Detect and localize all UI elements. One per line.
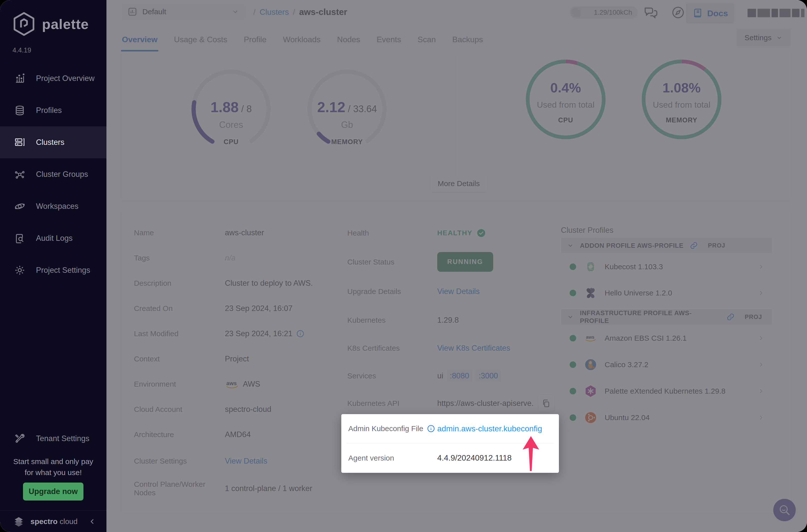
sidebar: palette 4.4.19 Project Overview Profiles… bbox=[0, 0, 107, 532]
detail-row-name: Nameaws-cluster bbox=[134, 220, 335, 246]
cluster-tabs: Overview Usage & Costs Profile Workloads… bbox=[122, 27, 483, 52]
memory-usage-gauge: 2.12/ 33.64 Gb MEMORY bbox=[304, 67, 390, 152]
breadcrumb-separator: / bbox=[293, 7, 295, 17]
profile-pack-row-palette-k8s[interactable]: Palette eXtended Kubernetes 1.29.8 bbox=[561, 378, 772, 404]
palette-logo: palette bbox=[11, 11, 89, 37]
agent-version-value: 4.4.9/20240912.1118 bbox=[437, 453, 512, 462]
chevron-right-icon bbox=[757, 414, 765, 421]
sidebar-item-clusters[interactable]: Clusters bbox=[0, 126, 107, 158]
info-icon[interactable] bbox=[296, 329, 304, 338]
upgrade-now-button[interactable]: Upgrade now bbox=[23, 482, 83, 500]
detail-row-description: DescriptionCluster to deploy to AWS. bbox=[134, 271, 335, 296]
pack-status-dot bbox=[570, 290, 576, 296]
chevron-down-icon bbox=[776, 35, 783, 41]
more-details-button[interactable]: More Details bbox=[430, 175, 487, 192]
spectro-cloud-logo-icon bbox=[12, 515, 25, 528]
cluster-settings-view-details-link[interactable]: View Details bbox=[225, 457, 267, 466]
tools-icon bbox=[14, 433, 25, 444]
profile-pack-row-kubecost[interactable]: Kubecost 1.103.3 bbox=[561, 254, 772, 280]
detail-row-environment: Environment aws AWS bbox=[134, 372, 335, 397]
infrastructure-profile-section-header[interactable]: INFRASTRUCTURE PROFILE AWS-PROFILE PROJ bbox=[561, 309, 772, 325]
copy-button[interactable] bbox=[538, 395, 555, 412]
tab-usage-costs[interactable]: Usage & Costs bbox=[174, 27, 227, 52]
project-selector-value: Default bbox=[143, 7, 166, 16]
admin-kubeconfig-link[interactable]: admin.aws-cluster.kubeconfig bbox=[437, 424, 542, 433]
sidebar-footer: spectro cloud bbox=[0, 511, 107, 532]
kubecost-icon bbox=[584, 260, 597, 273]
pack-status-dot bbox=[570, 414, 576, 421]
cpu-donut-label: CPU bbox=[523, 116, 608, 124]
workspaces-icon bbox=[14, 201, 25, 212]
service-port-link[interactable]: :3000 bbox=[476, 370, 501, 382]
profile-pack-row-hello-universe[interactable]: Hello Universe 1.2.0 bbox=[561, 280, 772, 306]
ubuntu-icon bbox=[584, 411, 597, 424]
info-icon[interactable] bbox=[427, 424, 435, 433]
pack-status-dot bbox=[570, 361, 576, 368]
detail-row-architecture: ArchitectureAMD64 bbox=[134, 422, 335, 447]
detail-row-cluster-settings: Cluster SettingsView Details bbox=[134, 447, 335, 475]
sidebar-item-tenant-settings[interactable]: Tenant Settings bbox=[0, 423, 107, 455]
sidebar-nav: Project Overview Profiles Clusters Clust… bbox=[0, 62, 107, 286]
profile-pack-row-calico[interactable]: Calico 3.27.2 bbox=[561, 352, 772, 377]
pack-status-dot bbox=[570, 264, 576, 270]
tab-overview[interactable]: Overview bbox=[122, 27, 157, 52]
cpu-donut-caption: Used from total bbox=[523, 100, 608, 110]
breadcrumb-current: aws-cluster bbox=[299, 7, 347, 17]
cpu-donut-percent: 0.4% bbox=[523, 80, 608, 95]
memory-gauge-unit: Gb bbox=[304, 120, 390, 130]
link-icon[interactable] bbox=[690, 241, 698, 250]
project-selector[interactable]: Default bbox=[122, 4, 244, 19]
tab-workloads[interactable]: Workloads bbox=[283, 27, 321, 52]
settings-button[interactable]: Settings bbox=[736, 29, 791, 46]
profile-pack-row-ebs-csi[interactable]: aws Amazon EBS CSI 1.26.1 bbox=[561, 325, 772, 351]
collapse-sidebar-icon[interactable] bbox=[88, 517, 96, 526]
tab-nodes[interactable]: Nodes bbox=[337, 27, 360, 52]
detail-row-cloud-account: Cloud Accountspectro-cloud bbox=[134, 397, 335, 422]
service-port-link[interactable]: :8080 bbox=[447, 370, 472, 382]
cpu-used-donut: 0.4% Used from total CPU bbox=[523, 57, 608, 142]
settings-label: Settings bbox=[745, 34, 771, 42]
sidebar-item-project-settings[interactable]: Project Settings bbox=[0, 254, 107, 286]
detail-row-health: Health HEALTHY bbox=[347, 219, 555, 247]
project-overview-icon bbox=[14, 73, 25, 84]
detail-row-nodes: Control Plane/Worker Nodes1 control-plan… bbox=[134, 475, 335, 502]
hello-universe-icon bbox=[584, 286, 597, 300]
user-account-redacted[interactable] bbox=[748, 7, 807, 19]
sidebar-item-profiles[interactable]: Profiles bbox=[0, 94, 107, 126]
profiles-icon bbox=[14, 104, 25, 116]
cpu-gauge-label: CPU bbox=[189, 138, 274, 146]
sidebar-item-audit-logs[interactable]: Audit Logs bbox=[0, 222, 107, 254]
tab-scan[interactable]: Scan bbox=[417, 27, 436, 52]
sidebar-item-project-overview[interactable]: Project Overview bbox=[0, 62, 107, 94]
profile-pack-row-ubuntu[interactable]: Ubuntu 22.04 bbox=[561, 405, 772, 430]
tab-profile[interactable]: Profile bbox=[244, 27, 267, 52]
memory-donut-caption: Used from total bbox=[639, 100, 724, 110]
chevron-down-icon bbox=[232, 8, 239, 15]
memory-used-donut: 1.08% Used from total MEMORY bbox=[639, 57, 724, 142]
memory-gauge-label: MEMORY bbox=[304, 138, 390, 146]
sidebar-item-workspaces[interactable]: Workspaces bbox=[0, 190, 107, 222]
usage-summary-card: 1.88/ 8 Cores CPU 2.12/ 33.64 Gb MEMORY … bbox=[122, 52, 791, 200]
docs-button[interactable]: Docs bbox=[686, 3, 734, 23]
tab-backups[interactable]: Backups bbox=[452, 27, 483, 52]
upgrade-view-details-link[interactable]: View Details bbox=[437, 287, 480, 296]
detail-row-tags: Tagsn/a bbox=[134, 246, 335, 271]
cpu-gauge-value: 1.88 bbox=[210, 99, 239, 115]
addon-profile-section-header[interactable]: ADDON PROFILE AWS-PROFILE PROJ bbox=[561, 238, 772, 253]
tab-events[interactable]: Events bbox=[377, 27, 401, 52]
svg-text:aws: aws bbox=[586, 335, 594, 339]
memory-gauge-value: 2.12 bbox=[317, 99, 345, 115]
view-k8s-certificates-link[interactable]: View K8s Certificates bbox=[437, 344, 510, 353]
link-icon[interactable] bbox=[726, 313, 735, 321]
breadcrumb-clusters-link[interactable]: Clusters bbox=[260, 7, 289, 17]
chevron-down-icon bbox=[567, 242, 574, 249]
details-left-column: Nameaws-cluster Tagsn/a DescriptionClust… bbox=[134, 220, 335, 502]
compass-icon[interactable] bbox=[671, 5, 685, 19]
memory-gauge-total: / 33.64 bbox=[348, 104, 377, 114]
search-fab-button[interactable] bbox=[773, 499, 796, 521]
book-icon bbox=[692, 8, 703, 19]
docs-label: Docs bbox=[707, 8, 728, 18]
chevron-right-icon bbox=[757, 289, 765, 297]
sidebar-item-cluster-groups[interactable]: Cluster Groups bbox=[0, 158, 107, 190]
chat-icon[interactable] bbox=[643, 4, 658, 20]
